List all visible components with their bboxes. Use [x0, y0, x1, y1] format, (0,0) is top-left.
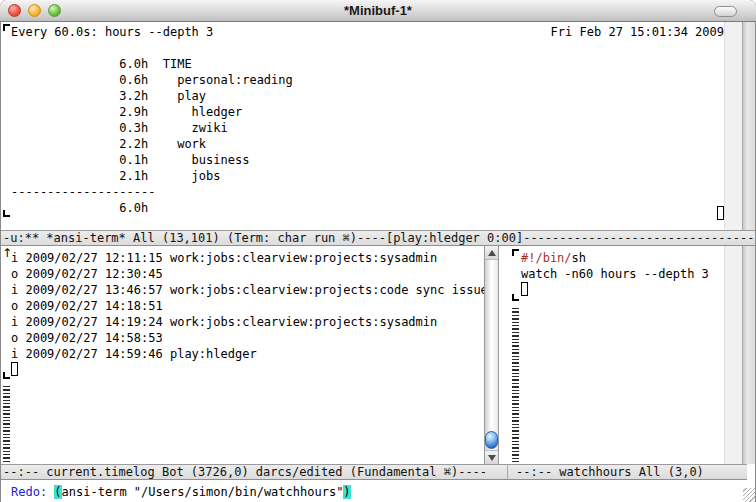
minibuffer[interactable]: Redo: (ansi-term "/Users/simon/bin/watch…	[11, 484, 351, 500]
timelog-line: o 2009/02/27 12:30:45	[11, 266, 488, 282]
scrollbar-down-arrow-icon[interactable]	[485, 450, 498, 464]
empty-lines-fringe-icon	[512, 308, 519, 464]
minibuffer-prompt: Redo:	[11, 485, 54, 499]
buffer-top-fringe-icon	[512, 249, 519, 256]
watchhours-script-window[interactable]: #!/bin/sh watch -n60 hours --depth 3	[500, 246, 724, 464]
buffer-bottom-fringe-icon	[3, 372, 10, 379]
timelog-window[interactable]: ↑ i 2009/02/27 12:11:15 work:jobs:clearv…	[1, 246, 484, 464]
timelog-line: i 2009/02/27 14:19:24 work:jobs:clearvie…	[11, 314, 488, 330]
modeline-timelog[interactable]: --:-- current.timelog Bot (3726,0) darcs…	[1, 464, 507, 480]
top-window-scrollbar-gutter	[724, 22, 742, 230]
toolbar-toggle-button[interactable]	[714, 6, 737, 17]
ansi-term-window[interactable]: Every 60.0s: hours --depth 3 Fri Feb 27 …	[1, 22, 724, 230]
scrollbar-up-arrow-icon[interactable]	[485, 246, 498, 260]
modeline-ansi-term[interactable]: -u:** *ansi-term* All (13,101) (Term: ch…	[1, 230, 755, 246]
inactive-cursor	[521, 282, 528, 296]
frame-content: Every 60.0s: hours --depth 3 Fri Feb 27 …	[1, 22, 755, 502]
emacs-window: *Minibuf-1* Every 60.0s: hours --depth 3…	[0, 0, 756, 502]
modeline-watchhours[interactable]: --:-- watchhours All (3,0)	[507, 464, 747, 480]
timelog-line: o 2009/02/27 14:18:51	[11, 298, 488, 314]
timelog-line: o 2009/02/27 14:58:53	[11, 330, 488, 346]
timelog-scrollbar[interactable]	[484, 246, 499, 464]
timelog-entries: i 2009/02/27 12:11:15 work:jobs:clearvie…	[11, 250, 488, 362]
buffer-top-fringe-icon	[3, 24, 10, 31]
scrollbar-thumb[interactable]	[485, 431, 498, 449]
paren-match-close: )	[343, 485, 350, 499]
timelog-line: i 2009/02/27 14:59:46 play:hledger	[11, 346, 488, 362]
watch-timestamp: Fri Feb 27 15:01:34 2009	[551, 24, 724, 40]
hours-report: 6.0h TIME 0.6h personal:reading 3.2h pla…	[11, 56, 293, 216]
timelog-line: i 2009/02/27 13:46:57 work:jobs:clearvie…	[11, 282, 488, 298]
timelog-line: i 2009/02/27 12:11:15 work:jobs:clearvie…	[11, 250, 488, 266]
paren-match-open: (	[54, 485, 61, 499]
shebang-line: #!/bin/sh	[521, 250, 586, 266]
buffer-bottom-fringe-icon	[512, 294, 519, 301]
script-window-scrollbar-gutter	[724, 246, 742, 464]
empty-lines-fringe-icon	[3, 386, 10, 464]
watch-header: Every 60.0s: hours --depth 3 Fri Feb 27 …	[11, 24, 724, 40]
window-title: *Minibuf-1*	[0, 3, 756, 18]
watch-command-text: Every 60.0s: hours --depth 3	[11, 24, 213, 40]
buffer-bottom-fringe-icon	[3, 210, 10, 217]
minibuffer-command: ansi-term "/Users/simon/bin/watchhours"	[62, 485, 344, 499]
inactive-cursor	[11, 362, 18, 376]
resize-grip[interactable]	[743, 488, 755, 502]
shebang-highlight: #!/bin/	[521, 251, 572, 265]
inactive-cursor	[717, 206, 724, 220]
title-bar[interactable]: *Minibuf-1*	[0, 0, 756, 22]
shebang-rest: sh	[572, 251, 586, 265]
command-line: watch -n60 hours --depth 3	[521, 266, 709, 282]
